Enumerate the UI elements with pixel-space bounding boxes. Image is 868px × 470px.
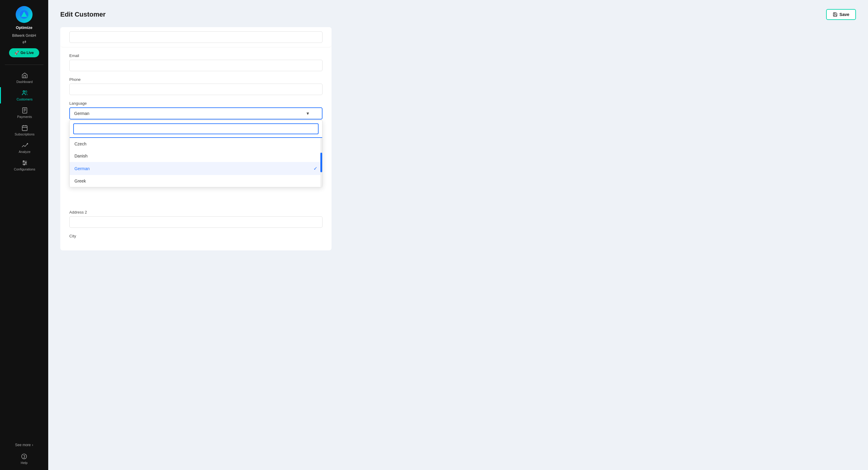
dropdown-option-german[interactable]: German ✓	[70, 162, 322, 175]
save-label: Save	[839, 12, 849, 17]
option-label-german: German	[74, 166, 90, 171]
svg-point-10	[23, 161, 24, 162]
address2-input[interactable]	[69, 216, 322, 228]
calendar-icon	[22, 125, 28, 131]
address2-field-group: Address 2	[69, 210, 322, 228]
phone-label: Phone	[69, 77, 322, 82]
dropdown-option-greek[interactable]: Greek	[70, 175, 322, 187]
sidebar-label-analyze: Analyze	[19, 150, 30, 153]
language-select-wrapper: German ▼ Czech Danish	[69, 108, 322, 119]
app-name: Optimize	[16, 25, 33, 30]
chevron-right-icon: ›	[32, 443, 33, 447]
dropdown-option-danish[interactable]: Danish	[70, 150, 322, 162]
sidebar: Optimize Billwerk GmbH ⇄ 🚀 Go Live Dashb…	[0, 0, 48, 470]
top-filler-input[interactable]	[69, 31, 322, 43]
sidebar-label-subscriptions: Subscriptions	[14, 133, 34, 136]
sidebar-label-dashboard: Dashboard	[17, 80, 33, 84]
svg-point-12	[24, 164, 25, 165]
sidebar-item-subscriptions[interactable]: Subscriptions	[0, 122, 48, 139]
svg-point-14	[24, 458, 24, 458]
sidebar-divider	[5, 64, 43, 65]
phone-input[interactable]	[69, 84, 322, 95]
save-icon	[833, 12, 838, 17]
svg-point-3	[25, 91, 27, 93]
svg-point-11	[25, 162, 26, 164]
sidebar-item-configurations[interactable]: Configurations	[0, 157, 48, 173]
sidebar-item-payments[interactable]: Payments	[0, 105, 48, 121]
switch-icon[interactable]: ⇄	[22, 39, 26, 45]
rocket-icon: 🚀	[14, 51, 19, 55]
language-label: Language	[69, 101, 322, 106]
sidebar-item-customers[interactable]: Customers	[0, 87, 48, 104]
email-label: Email	[69, 53, 322, 58]
help-label: Help	[21, 461, 28, 465]
sidebar-nav: Dashboard Customers Payments Subscr	[0, 70, 48, 173]
form-section: Email Phone Language German ▼	[60, 47, 332, 251]
sidebar-item-dashboard[interactable]: Dashboard	[0, 70, 48, 86]
phone-field-group: Phone	[69, 77, 322, 95]
language-select-display[interactable]: German ▼	[69, 108, 322, 119]
main-content: Edit Customer Save Email Phone	[48, 0, 868, 470]
svg-rect-5	[22, 126, 27, 131]
option-label-danish: Danish	[74, 153, 88, 158]
home-icon	[22, 72, 28, 79]
checkmark-icon: ✓	[313, 166, 317, 171]
sidebar-label-payments: Payments	[17, 115, 32, 119]
seemore-link[interactable]: See more ›	[15, 439, 33, 451]
language-selected-value: German	[74, 111, 90, 116]
chevron-down-icon: ▼	[306, 111, 310, 116]
help-icon	[21, 453, 27, 460]
users-icon	[22, 90, 28, 96]
language-dropdown: Czech Danish German ✓ Greek	[69, 120, 322, 187]
city-field-group: City	[69, 234, 322, 238]
option-label-greek: Greek	[74, 179, 86, 183]
help-item[interactable]: Help	[21, 451, 28, 467]
option-label-czech: Czech	[74, 142, 87, 146]
app-logo	[16, 6, 33, 23]
edit-customer-form: Email Phone Language German ▼	[60, 27, 332, 251]
scrollbar-track	[320, 138, 322, 187]
sidebar-item-analyze[interactable]: Analyze	[0, 140, 48, 156]
company-name: Billwerk GmbH	[12, 33, 36, 38]
save-button[interactable]: Save	[826, 9, 856, 20]
svg-rect-4	[22, 108, 27, 113]
top-filler-field	[60, 27, 332, 47]
scrollbar-thumb	[320, 153, 322, 172]
file-icon	[22, 107, 28, 114]
svg-point-2	[23, 91, 25, 93]
email-field-group: Email	[69, 53, 322, 71]
city-label: City	[69, 234, 322, 238]
dropdown-search-wrapper	[70, 120, 322, 138]
dropdown-list: Czech Danish German ✓ Greek	[70, 138, 322, 187]
sidebar-label-configurations: Configurations	[14, 168, 35, 171]
seemore-label: See more	[15, 443, 31, 447]
page-title: Edit Customer	[60, 10, 105, 19]
address2-label: Address 2	[69, 210, 322, 214]
sidebar-label-customers: Customers	[17, 97, 33, 101]
dropdown-search-input[interactable]	[73, 123, 318, 134]
sliders-icon	[22, 159, 28, 166]
dropdown-option-czech[interactable]: Czech	[70, 138, 322, 150]
email-input[interactable]	[69, 60, 322, 71]
language-field-group: Language German ▼ Czech	[69, 101, 322, 119]
golive-button[interactable]: 🚀 Go Live	[9, 48, 39, 57]
chart-icon	[22, 142, 28, 149]
page-header: Edit Customer Save	[60, 9, 856, 20]
